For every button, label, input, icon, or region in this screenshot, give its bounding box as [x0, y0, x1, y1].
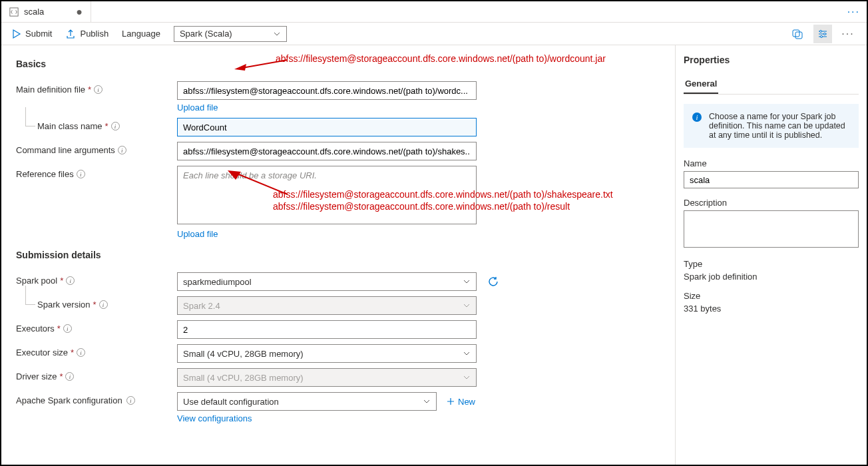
chevron-down-icon — [463, 373, 471, 381]
spark-pool-select[interactable]: sparkmediumpool — [177, 272, 477, 291]
main-class-label: Main class name — [37, 121, 103, 131]
cmd-args-input[interactable] — [177, 142, 477, 160]
refresh-icon[interactable] — [487, 276, 499, 288]
tab-overflow-button[interactable]: ··· — [841, 1, 867, 22]
annotation-text: abfss://filesystem@storageaccount.dfs.co… — [276, 53, 606, 64]
play-icon — [11, 29, 21, 39]
driver-size-label: Driver size — [16, 371, 57, 381]
spark-conf-value: Use default configuration — [183, 397, 279, 407]
spark-version-label: Spark version — [37, 300, 90, 310]
svg-point-4 — [824, 33, 826, 35]
new-config-button[interactable]: New — [446, 397, 475, 407]
required-indicator: * — [59, 371, 63, 381]
required-indicator: * — [60, 276, 63, 286]
executor-size-value: Small (4 vCPU, 28GB memory) — [183, 349, 304, 359]
type-label: Type — [684, 259, 859, 269]
required-indicator: * — [105, 121, 108, 131]
spark-conf-label: Apache Spark configuration — [16, 395, 122, 405]
chevron-down-icon — [463, 278, 471, 286]
svg-rect-2 — [795, 32, 802, 39]
related-button[interactable] — [788, 25, 807, 43]
code-file-icon — [9, 7, 19, 17]
info-icon[interactable]: i — [94, 85, 103, 94]
info-icon[interactable]: i — [63, 324, 72, 333]
upload-file-link[interactable]: Upload file — [177, 103, 477, 113]
chevron-down-icon — [273, 30, 281, 38]
tab-title: scala — [24, 7, 44, 17]
svg-rect-1 — [793, 30, 799, 37]
properties-panel: Properties General i Choose a name for y… — [675, 45, 867, 465]
chevron-down-icon — [463, 350, 471, 357]
required-indicator: * — [57, 324, 61, 334]
language-label: Language — [122, 29, 160, 39]
properties-heading: Properties — [684, 55, 859, 65]
svg-point-3 — [820, 30, 822, 32]
submit-label: Submit — [25, 29, 52, 39]
main-class-input[interactable] — [177, 118, 477, 136]
size-label: Size — [684, 291, 859, 301]
info-icon[interactable]: i — [99, 300, 108, 309]
driver-size-value: Small (4 vCPU, 28GB memory) — [183, 373, 304, 383]
unsaved-indicator-icon: ● — [76, 6, 83, 18]
spark-pool-value: sparkmediumpool — [183, 277, 252, 287]
executor-size-select[interactable]: Small (4 vCPU, 28GB memory) — [177, 344, 477, 363]
chevron-down-icon — [423, 397, 431, 405]
chevron-down-icon — [463, 302, 471, 310]
info-icon[interactable]: i — [77, 348, 85, 357]
annotation-text: abfss://filesystem@storageaccount.dfs.co… — [273, 201, 570, 212]
language-value: Spark (Scala) — [180, 29, 232, 39]
executor-size-label: Executor size — [16, 348, 68, 357]
info-icon[interactable]: i — [111, 122, 120, 130]
type-value: Spark job definition — [684, 272, 859, 282]
executors-input[interactable] — [177, 320, 477, 339]
spark-version-select: Spark 2.4 — [177, 296, 477, 315]
svg-marker-7 — [234, 64, 246, 71]
submission-heading: Submission details — [16, 250, 660, 260]
more-dots-icon: ··· — [847, 6, 860, 18]
executors-label: Executors — [16, 324, 55, 334]
help-box: i Choose a name for your Spark job defin… — [684, 104, 859, 148]
new-label: New — [458, 397, 475, 407]
help-text: Choose a name for your Spark job definit… — [709, 112, 851, 140]
ref-files-label: Reference files — [16, 169, 74, 179]
info-icon[interactable]: i — [65, 372, 74, 381]
info-icon[interactable]: i — [118, 146, 126, 154]
name-input[interactable] — [684, 171, 859, 188]
publish-button[interactable]: Publish — [65, 29, 108, 39]
info-filled-icon: i — [692, 112, 702, 122]
info-icon[interactable]: i — [126, 396, 135, 405]
svg-text:i: i — [696, 113, 698, 121]
view-configurations-link[interactable]: View configurations — [177, 413, 477, 423]
main-def-input[interactable] — [177, 81, 477, 100]
required-indicator: * — [93, 300, 96, 310]
annotation-text: abfss://filesystem@storageaccount.dfs.co… — [273, 189, 613, 200]
name-label: Name — [684, 158, 859, 168]
spark-conf-select[interactable]: Use default configuration — [177, 392, 437, 411]
main-def-label: Main definition file — [16, 85, 85, 95]
file-tab[interactable]: scala ● — [1, 1, 91, 22]
plus-icon — [446, 397, 455, 406]
tab-general[interactable]: General — [684, 75, 718, 94]
spark-pool-label: Spark pool — [16, 276, 57, 286]
more-dots-icon: ··· — [841, 28, 854, 40]
svg-point-5 — [821, 35, 823, 37]
upload-file-link[interactable]: Upload file — [177, 229, 477, 239]
info-icon[interactable]: i — [66, 276, 75, 285]
driver-size-select: Small (4 vCPU, 28GB memory) — [177, 368, 477, 387]
cmd-args-label: Command line arguments — [16, 145, 115, 155]
submit-button[interactable]: Submit — [11, 29, 52, 39]
spark-version-value: Spark 2.4 — [183, 301, 220, 311]
more-toolbar-button[interactable]: ··· — [839, 25, 857, 43]
publish-icon — [65, 29, 76, 39]
publish-label: Publish — [80, 29, 108, 39]
related-icon — [791, 28, 803, 40]
language-select[interactable]: Spark (Scala) — [174, 26, 287, 42]
info-icon[interactable]: i — [77, 170, 85, 178]
description-label: Description — [684, 198, 859, 208]
settings-sliders-icon — [817, 28, 829, 40]
required-indicator: * — [88, 85, 91, 95]
properties-panel-button[interactable] — [813, 25, 832, 43]
description-textarea[interactable] — [684, 210, 859, 248]
size-value: 331 bytes — [684, 304, 859, 314]
required-indicator: * — [71, 348, 74, 357]
